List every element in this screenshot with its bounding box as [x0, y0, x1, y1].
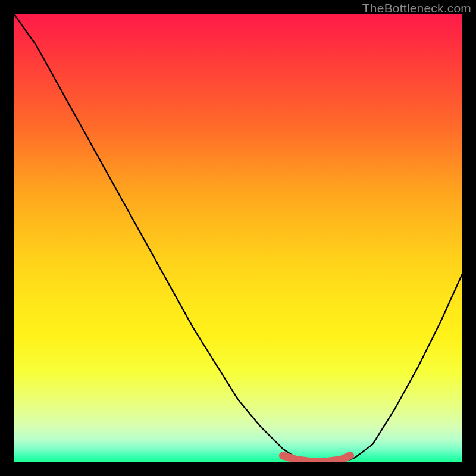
optimal-band-path [283, 456, 350, 462]
chart-svg [14, 14, 462, 462]
chart-frame: TheBottleneck.com [0, 0, 476, 476]
chart-plot-area [14, 14, 462, 462]
bottleneck-curve-path [14, 14, 462, 462]
watermark-text: TheBottleneck.com [362, 1, 471, 15]
